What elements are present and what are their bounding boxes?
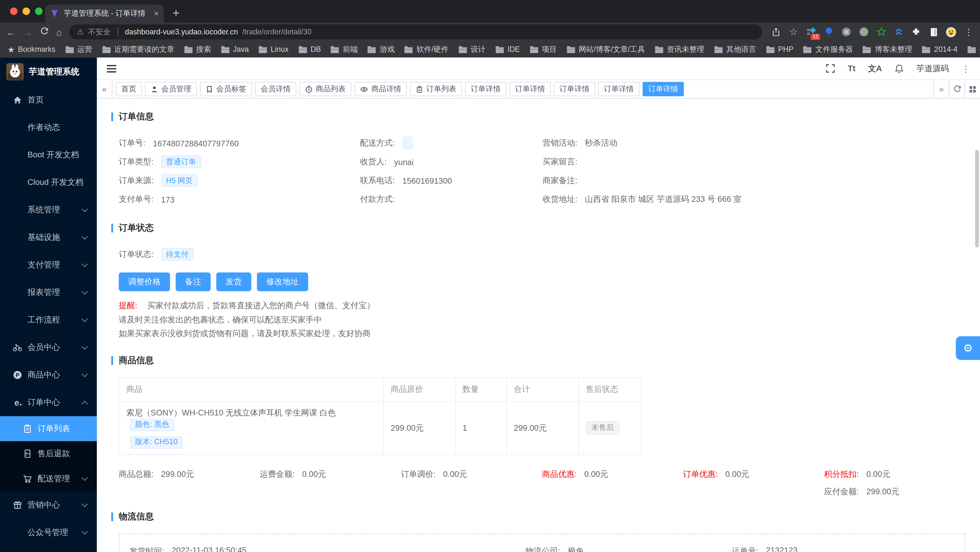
- bookmark-item[interactable]: 网站/博客/文章/工具: [566, 44, 645, 54]
- bell-icon[interactable]: [894, 64, 904, 73]
- page-tab[interactable]: 会员标签: [200, 82, 252, 96]
- page-tab[interactable]: 会员管理: [145, 82, 197, 96]
- zoom-window-button[interactable]: [35, 8, 43, 15]
- sidebar-item[interactable]: 公众号管理: [0, 519, 97, 546]
- sidebar-item[interactable]: e 订单中心: [0, 389, 97, 416]
- hamburger-icon[interactable]: [107, 65, 116, 72]
- sidebar-item[interactable]: 基础设施: [0, 224, 97, 251]
- order-action-button[interactable]: 备注: [176, 272, 211, 291]
- tracking-field: 运单号: 2132123: [732, 541, 955, 552]
- sidebar-item[interactable]: 订单列表: [0, 416, 97, 441]
- new-tab-button[interactable]: +: [172, 6, 179, 20]
- bookmark-item[interactable]: 前端: [330, 44, 358, 54]
- share-icon[interactable]: [771, 27, 781, 37]
- bookmark-item[interactable]: 资讯未整理: [654, 44, 705, 54]
- page-tab[interactable]: 商品详情: [355, 82, 407, 96]
- page-tab[interactable]: 订单详情: [509, 82, 550, 96]
- window-panel-icon[interactable]: [928, 27, 939, 37]
- sidebar-item[interactable]: 系统管理: [0, 196, 97, 224]
- bookmark-item[interactable]: 其他语言: [714, 44, 756, 54]
- sidebar-item[interactable]: 工作流程: [0, 306, 97, 334]
- tabs-scroll-right-icon[interactable]: »: [933, 80, 949, 98]
- bookmark-item[interactable]: 项目: [529, 44, 557, 54]
- user-menu-icon[interactable]: ⋮: [961, 64, 970, 73]
- forward-icon[interactable]: →: [23, 27, 32, 37]
- bookmark-item[interactable]: Java: [221, 45, 249, 54]
- bookmark-item[interactable]: 博客未整理: [862, 44, 912, 54]
- sidebar-item[interactable]: 会员中心: [0, 334, 97, 361]
- svg-text:P: P: [16, 372, 19, 378]
- page-tab-label: 商品列表: [316, 84, 345, 94]
- page-tab[interactable]: 订单详情: [598, 82, 640, 96]
- puzzle-extensions-icon[interactable]: [911, 27, 921, 37]
- tabs-layout-icon[interactable]: [964, 80, 980, 98]
- section-title: 商品信息: [119, 355, 154, 366]
- total-item: 订单调价: 0.00元: [401, 468, 542, 480]
- browser-menu-icon[interactable]: ⋮: [963, 27, 974, 37]
- tabs-refresh-icon[interactable]: [949, 80, 964, 98]
- bookmark-item[interactable]: 游戏: [367, 44, 395, 54]
- sidebar-item[interactable]: Cloud 开发文档: [0, 169, 97, 196]
- settings-gear-button[interactable]: ⚙: [956, 336, 980, 360]
- back-icon[interactable]: ←: [6, 27, 16, 37]
- bookmarks-root[interactable]: ★ Bookmarks: [8, 45, 56, 54]
- chevron-icon: [81, 501, 88, 507]
- sidebar-item[interactable]: 配送管理: [0, 466, 97, 492]
- order-action-button[interactable]: 发货: [216, 272, 251, 291]
- command-icon[interactable]: ⌘: [841, 27, 851, 37]
- reload-icon[interactable]: [40, 27, 49, 37]
- sidebar-item[interactable]: Boot 开发文档: [0, 141, 97, 169]
- blue-chevrons-icon[interactable]: [893, 27, 904, 37]
- home-icon[interactable]: ⌂: [56, 27, 62, 37]
- close-tab-icon[interactable]: ×: [154, 9, 159, 18]
- sidebar-item[interactable]: P 商品中心: [0, 361, 97, 389]
- minimize-window-button[interactable]: [22, 8, 30, 15]
- order-action-button[interactable]: 调整价格: [119, 272, 170, 291]
- page-tab[interactable]: 商品列表: [299, 82, 351, 96]
- bookmark-item[interactable]: Linux: [258, 45, 289, 54]
- sidebar-item[interactable]: 售后退款: [0, 441, 97, 466]
- page-tab[interactable]: 订单详情: [465, 82, 506, 96]
- page-tab[interactable]: 订单详情: [643, 82, 684, 96]
- tabs-scroll-left-icon[interactable]: «: [97, 80, 113, 98]
- info-field: 订单号: 1674807288407797760: [119, 134, 360, 153]
- browser-tab[interactable]: 芋道管理系统 - 订单详情 ×: [45, 5, 164, 22]
- user-name[interactable]: 芋道源码: [916, 63, 949, 74]
- green-dot-icon[interactable]: [858, 27, 869, 37]
- extension-diamond-icon[interactable]: 12: [806, 27, 816, 37]
- order-action-button[interactable]: 修改地址: [257, 272, 308, 291]
- profile-avatar[interactable]: [946, 27, 956, 37]
- bookmark-item[interactable]: 近期需要读的文章: [102, 44, 174, 54]
- bookmark-item[interactable]: 2014-4: [922, 45, 958, 54]
- bookmark-item[interactable]: 设计: [458, 44, 485, 54]
- page-tab[interactable]: 订单详情: [554, 82, 595, 96]
- sidebar-item[interactable]: 首页: [0, 86, 97, 114]
- close-window-button[interactable]: [10, 8, 18, 15]
- bookmark-item[interactable]: 搜索: [183, 44, 211, 54]
- bookmark-item[interactable]: 运营: [65, 44, 92, 54]
- language-icon[interactable]: 文A: [868, 63, 882, 74]
- bookmark-item[interactable]: 生活: [967, 44, 980, 54]
- scrollbar-thumb[interactable]: [975, 150, 979, 248]
- bookmarks-bar: ★ Bookmarks 运营 近期需要读的文章 搜索: [0, 41, 980, 57]
- bookmark-item[interactable]: IDE: [495, 45, 520, 54]
- sidebar-item[interactable]: 支付管理: [0, 251, 97, 279]
- section-title: 订单状态: [119, 223, 154, 234]
- page-tab[interactable]: 会员详情: [255, 82, 296, 96]
- page-tab[interactable]: 首页: [116, 82, 142, 96]
- bookmark-star-icon[interactable]: ☆: [788, 27, 799, 37]
- fullscreen-icon[interactable]: [826, 64, 835, 73]
- font-size-icon[interactable]: Tt: [848, 64, 856, 73]
- bookmark-item[interactable]: DB: [298, 45, 321, 54]
- sidebar-item[interactable]: 作者动态: [0, 114, 97, 141]
- page-tab[interactable]: 订单列表: [410, 82, 462, 96]
- balloon-icon[interactable]: [823, 27, 834, 37]
- bookmark-item[interactable]: PHP: [765, 45, 794, 54]
- bookmark-item[interactable]: 文件服务器: [803, 44, 853, 54]
- sidebar-item[interactable]: 报表管理: [0, 279, 97, 306]
- section-title: 物流信息: [119, 511, 154, 522]
- bookmark-item[interactable]: 软件/硬件: [404, 44, 449, 54]
- sidebar-item[interactable]: 营销中心: [0, 491, 97, 519]
- address-bar[interactable]: ⚠ 不安全 dashboard-vue3.yudao.iocoder.cn/tr…: [70, 24, 762, 39]
- green-star-icon[interactable]: [876, 27, 886, 37]
